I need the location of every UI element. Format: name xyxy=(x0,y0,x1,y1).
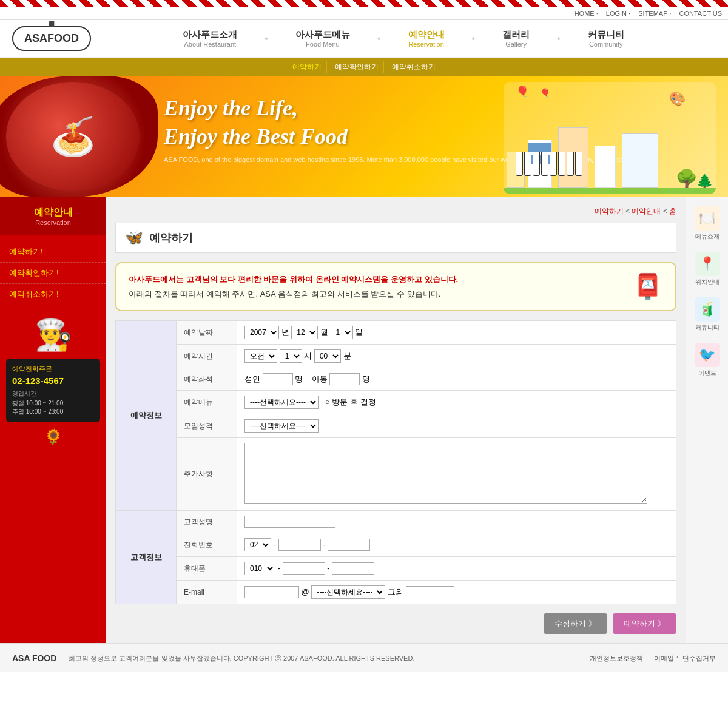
phone-prefix-select[interactable]: 02 xyxy=(244,538,271,551)
ampm-select[interactable]: 오전 xyxy=(244,349,277,363)
reserve-button[interactable]: 예약하기 》 xyxy=(613,613,676,634)
form-row-seats: 예약좌석 성인 명 아동 명 xyxy=(116,368,676,391)
top-bar: HOME · LOGIN · SITEMAP · CONTACT US xyxy=(0,7,728,20)
additional-textarea[interactable] xyxy=(244,443,647,504)
nav-label-korean: 아사푸드메뉴 xyxy=(295,29,350,41)
menu-icon: 🍽️ xyxy=(695,206,720,231)
customer-name-input[interactable] xyxy=(244,516,335,528)
hero-cartoon: 🎈 🎈 🌳 🌲 🎨 xyxy=(504,82,716,194)
footer-copyright: 최고의 정성으로 고객여러분을 잊었을 사투잡겠습니다. COPYRIGHT ⓒ… xyxy=(69,654,568,663)
subnav-cancel[interactable]: 예약취소하기 xyxy=(387,61,440,73)
child-label: 아동 xyxy=(312,374,328,383)
field-label-mobile: 휴대폰 xyxy=(177,557,237,581)
email-extra-label: 그외 xyxy=(388,587,403,596)
child-count-input[interactable] xyxy=(329,373,360,385)
day-label: 일 xyxy=(355,328,363,337)
event-icon: 🐦 xyxy=(695,343,720,367)
breadcrumb-current: 예약하기 xyxy=(595,207,624,215)
right-sidebar: 🍽️ 메뉴쇼개 📍 위치안내 🧃 커뮤니티 🐦 이벤트 xyxy=(686,197,728,643)
nav-item-about[interactable]: 아사푸드소개 About Restaurant xyxy=(183,29,237,48)
balloon1: 🎈 xyxy=(516,85,529,98)
info-graphic: 📮 xyxy=(633,272,663,301)
info-line1: 아사푸드에서는 고객님의 보다 편리한 바문을 위하여 xyxy=(129,275,315,284)
page-title-icon: 🦋 xyxy=(125,229,143,246)
field-value-menu: ----선택하세요---- ○ 방문 후 결정 xyxy=(237,391,676,414)
email-domain-select[interactable]: ----선택하세요---- xyxy=(311,585,385,599)
nav-label-korean: 커뮤니티 xyxy=(588,29,624,41)
email-custom-domain-input[interactable] xyxy=(406,586,454,598)
nav-label-english: Community xyxy=(588,41,624,48)
email-username-input[interactable] xyxy=(244,586,299,598)
field-value-seats: 성인 명 아동 명 xyxy=(237,368,676,391)
nav-item-menu[interactable]: 아사푸드메뉴 Food Menu xyxy=(295,29,350,48)
right-side-community[interactable]: 🧃 커뮤니티 xyxy=(689,294,726,335)
modify-button[interactable]: 수정하기 》 xyxy=(544,613,607,634)
chef-figure: 👨‍🍳 xyxy=(0,317,106,352)
field-label-email: E-mail xyxy=(177,581,237,604)
weekday-hours: 평일 10:00 ~ 21:00 xyxy=(12,399,94,408)
building5 xyxy=(622,133,658,188)
page-title: 예약하기 xyxy=(149,231,193,245)
form-row-gathering: 모임성격 ----선택하세요---- xyxy=(116,414,676,438)
nav-label-korean: 갤러리 xyxy=(502,29,530,41)
sitemap-link[interactable]: SITEMAP xyxy=(638,10,667,17)
field-label-name: 고객성명 xyxy=(177,511,237,533)
field-value-email: @ ----선택하세요---- 그외 xyxy=(237,581,676,604)
login-link[interactable]: LOGIN xyxy=(606,10,627,17)
nav-label-english: About Restaurant xyxy=(183,41,237,48)
page-title-box: 🦋 예약하기 xyxy=(115,223,676,253)
sidebar-info-box: 예약전화주문 02-123-4567 영업시간 평일 10:00 ~ 21:00… xyxy=(6,359,100,422)
month-select[interactable]: 12 xyxy=(291,326,318,339)
nav-label-english: Food Menu xyxy=(295,41,350,48)
building4 xyxy=(595,146,616,188)
field-value-additional xyxy=(237,438,676,511)
subnav-reserve[interactable]: 예약하기 xyxy=(288,61,327,73)
right-side-event[interactable]: 🐦 이벤트 xyxy=(689,340,726,380)
form-row-phone: 전화번호 02 - - xyxy=(116,533,676,557)
field-value-mobile: 010 - - xyxy=(237,557,676,581)
nav-item-gallery[interactable]: 갤러리 Gallery xyxy=(502,29,530,48)
year-select[interactable]: 2007 xyxy=(244,326,279,339)
form-row-additional: 추가사항 xyxy=(116,438,676,511)
form-row-time: 예약시간 오전 1 시 00 분 xyxy=(116,345,676,368)
mobile-middle-input[interactable] xyxy=(283,562,325,575)
hour-select[interactable]: 1 xyxy=(280,349,302,363)
phone-last-input[interactable] xyxy=(328,539,370,551)
sidebar-title-korean: 예약안내 xyxy=(9,206,97,219)
sidebar-menu-cancel[interactable]: 예약취소하기! xyxy=(0,284,106,305)
location-icon: 📍 xyxy=(695,252,720,276)
contact-link[interactable]: CONTACT US xyxy=(679,10,723,17)
right-side-menu[interactable]: 🍽️ 메뉴쇼개 xyxy=(689,203,726,244)
section-label-customer: 고객정보 xyxy=(116,511,177,604)
footer-logo: ASA FOOD xyxy=(12,653,56,663)
adult-count-input[interactable] xyxy=(263,373,293,385)
minute-select[interactable]: 00 xyxy=(314,349,341,363)
mobile-last-input[interactable] xyxy=(332,562,374,575)
phone-middle-input[interactable] xyxy=(278,539,321,551)
tree2: 🌲 xyxy=(696,174,713,189)
hero-line2: Enjoy the Best Food xyxy=(164,124,348,149)
email-protection-link[interactable]: 이메일 무단수집거부 xyxy=(654,655,716,662)
header: ASAFOOD 아사푸드소개 About Restaurant • 아사푸드메뉴… xyxy=(0,20,728,58)
sidebar-menu-reserve[interactable]: 예약하기! xyxy=(0,241,106,263)
privacy-link[interactable]: 개인정보보호정책 xyxy=(590,655,643,662)
subnav-confirm[interactable]: 예약확인하기 xyxy=(330,61,384,73)
home-link[interactable]: HOME xyxy=(575,10,595,17)
gathering-select[interactable]: ----선택하세요---- xyxy=(244,419,318,433)
sidebar-menu-confirm[interactable]: 예약확인하기! xyxy=(0,263,106,284)
phone-label: 예약전화주문 xyxy=(12,365,94,374)
tree1: 🌳 xyxy=(675,168,698,189)
right-side-location[interactable]: 📍 위치안내 xyxy=(689,249,726,289)
info-line2: 아래의 절차를 따라서 예약해 주시면, ASA 음식점의 최고의 서비스를 받… xyxy=(129,287,621,301)
menu-select[interactable]: ----선택하세요---- xyxy=(244,396,318,409)
main-nav: 아사푸드소개 About Restaurant • 아사푸드메뉴 Food Me… xyxy=(91,29,716,48)
form-row-menu: 예약메뉴 ----선택하세요---- ○ 방문 후 결정 xyxy=(116,391,676,414)
day-select[interactable]: 1 xyxy=(331,326,353,339)
mobile-prefix-select[interactable]: 010 xyxy=(244,562,275,575)
palette-icon: 🎨 xyxy=(669,91,686,107)
piano-keys xyxy=(516,152,582,176)
nav-item-community[interactable]: 커뮤니티 Community xyxy=(588,29,624,48)
hero-banner: 🍝 Enjoy the Life, Enjoy the Best Food AS… xyxy=(0,76,728,197)
nav-label-english: Reservation xyxy=(408,41,445,48)
nav-item-reservation[interactable]: 예약안내 Reservation xyxy=(408,29,445,48)
